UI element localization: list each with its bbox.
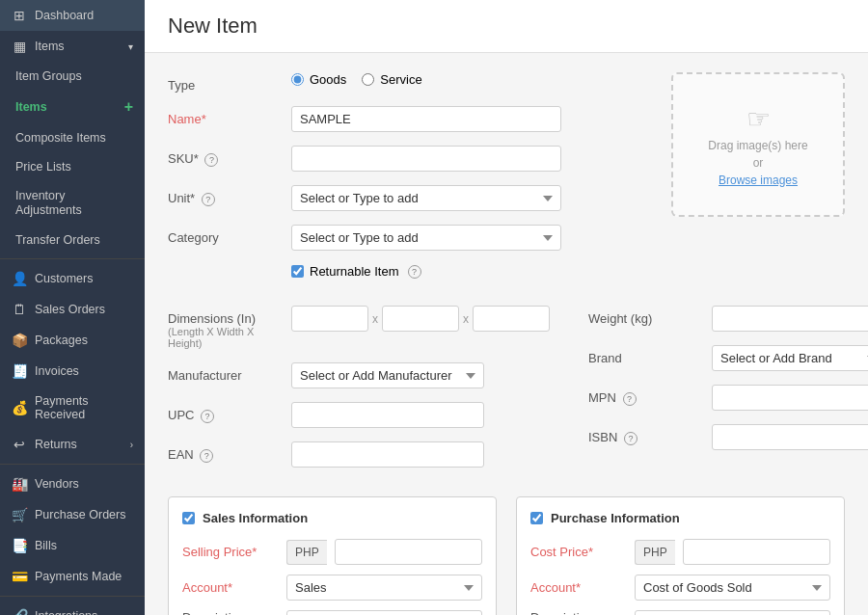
name-input[interactable] [291, 106, 561, 132]
add-item-icon[interactable]: + [124, 98, 133, 116]
selling-price-row: Selling Price* PHP [182, 539, 482, 565]
payments-received-icon: 💰 [12, 400, 27, 415]
info-sections: Sales Information Selling Price* PHP Acc… [168, 496, 845, 615]
sku-field-wrapper [291, 146, 561, 172]
purchase-desc-label: Description [530, 610, 627, 615]
purchase-account-field-wrapper: Cost of Goods Sold [635, 575, 830, 601]
sidebar-item-returns[interactable]: ↩ Returns › [0, 429, 145, 460]
sidebar-item-invoices[interactable]: 🧾 Invoices [0, 356, 145, 387]
invoices-icon: 🧾 [12, 363, 27, 379]
ean-row: EAN ? [168, 441, 550, 468]
cost-price-label: Cost Price* [530, 545, 627, 559]
image-upload-box[interactable]: ☞ Drag image(s) here or Browse images [671, 72, 845, 217]
dimensions-length-input[interactable] [291, 306, 368, 332]
category-row: Category Select or Type to add [168, 225, 652, 251]
dimensions-x1: x [372, 312, 378, 326]
purchase-orders-icon: 🛒 [12, 507, 27, 522]
sidebar-item-sales-orders[interactable]: 🗒 Sales Orders [0, 294, 145, 325]
upc-label: UPC ? [168, 402, 284, 423]
mpn-label: MPN ? [588, 385, 704, 406]
unit-field-wrapper: Select or Type to add [291, 185, 561, 211]
sidebar-item-bills[interactable]: 📑 Bills [0, 530, 145, 561]
sidebar-item-packages[interactable]: 📦 Packages [0, 325, 145, 356]
payments-made-icon: 💳 [12, 569, 27, 584]
cost-price-input[interactable] [683, 539, 830, 565]
sidebar-item-items[interactable]: Items + [0, 91, 145, 123]
upc-row: UPC ? [168, 402, 550, 428]
mpn-help-icon: ? [623, 392, 637, 406]
brand-select[interactable]: Select or Add Brand [712, 345, 868, 371]
sidebar-item-integrations[interactable]: 🔗 Integrations [0, 601, 145, 615]
sales-desc-label: Description [182, 610, 279, 615]
type-options: Goods Service [291, 72, 422, 87]
page-title: New Item [168, 13, 845, 39]
sidebar-item-price-lists[interactable]: Price Lists [0, 152, 145, 181]
mpn-row: MPN ? [588, 385, 868, 411]
type-goods-option[interactable]: Goods [291, 72, 346, 87]
selling-price-input[interactable] [335, 539, 482, 565]
sales-desc-textarea[interactable] [286, 610, 482, 615]
manufacturer-select[interactable]: Select or Add Manufacturer [291, 362, 484, 388]
purchase-section-header: Purchase Information [530, 511, 830, 525]
vendors-icon: 🏭 [12, 476, 27, 492]
integrations-icon: 🔗 [12, 608, 27, 615]
sidebar-item-vendors[interactable]: 🏭 Vendors [0, 468, 145, 499]
brand-label: Brand [588, 345, 704, 365]
sales-section-header: Sales Information [182, 511, 482, 525]
type-goods-radio[interactable] [291, 73, 304, 86]
sidebar-item-item-groups[interactable]: Item Groups [0, 62, 145, 91]
dimensions-height-input[interactable] [473, 306, 550, 332]
weight-label: Weight (kg) [588, 306, 704, 326]
sidebar-item-dashboard[interactable]: ⊞ Dashboard [0, 0, 145, 31]
ean-field-wrapper [291, 441, 550, 468]
returnable-help-icon: ? [408, 265, 421, 279]
customers-icon: 👤 [12, 271, 27, 286]
sku-input[interactable] [291, 146, 561, 172]
purchase-info-section: Purchase Information Cost Price* PHP Acc… [516, 496, 845, 615]
manufacturer-row: Manufacturer Select or Add Manufacturer [168, 362, 550, 388]
unit-row: Unit* ? Select or Type to add [168, 185, 652, 211]
sidebar-item-transfer-orders[interactable]: Transfer Orders [0, 226, 145, 254]
left-extra-fields: Dimensions (In) (Length X Width X Height… [168, 306, 550, 481]
category-label: Category [168, 225, 284, 245]
isbn-field-wrapper [712, 424, 868, 450]
unit-select[interactable]: Select or Type to add [291, 185, 561, 211]
category-field-wrapper: Select or Type to add [291, 225, 561, 251]
returnable-row: Returnable Item ? [168, 264, 652, 279]
sidebar-item-items-group[interactable]: ▦ Items ▾ [0, 31, 145, 62]
purchase-section-checkbox[interactable] [530, 512, 543, 524]
category-select[interactable]: Select or Type to add [291, 225, 561, 251]
sidebar-item-payments-made[interactable]: 💳 Payments Made [0, 561, 145, 592]
upc-input[interactable] [291, 402, 484, 428]
purchase-desc-textarea[interactable] [635, 610, 830, 615]
type-service-radio[interactable] [362, 73, 374, 86]
sales-orders-icon: 🗒 [12, 302, 27, 317]
sidebar-item-payments-received[interactable]: 💰 Payments Received [0, 387, 145, 429]
dimensions-width-input[interactable] [382, 306, 459, 332]
sales-php-prefix: PHP [286, 540, 327, 565]
sales-account-select[interactable]: Sales [286, 575, 482, 601]
isbn-input[interactable] [712, 424, 868, 450]
sidebar-item-composite-items[interactable]: Composite Items [0, 123, 145, 152]
sales-account-row: Account* Sales [182, 575, 482, 601]
browse-images-link[interactable]: Browse images [719, 174, 798, 187]
packages-icon: 📦 [12, 333, 27, 348]
returnable-checkbox[interactable] [291, 265, 304, 278]
mpn-input[interactable] [712, 385, 868, 411]
sidebar-item-inventory-adjustments[interactable]: Inventory Adjustments [0, 181, 145, 226]
purchase-account-row: Account* Cost of Goods Sold [530, 575, 830, 601]
brand-field-wrapper: Select or Add Brand [712, 345, 868, 371]
main-content: New Item Type Goods Service [145, 0, 868, 615]
sales-info-section: Sales Information Selling Price* PHP Acc… [168, 496, 497, 615]
ean-input[interactable] [291, 441, 484, 468]
chevron-down-icon: ▾ [128, 41, 133, 52]
purchase-account-select[interactable]: Cost of Goods Sold [635, 575, 830, 601]
sales-section-checkbox[interactable] [182, 512, 195, 524]
mpn-field-wrapper [712, 385, 868, 411]
sidebar-item-customers[interactable]: 👤 Customers [0, 263, 145, 294]
sidebar-item-purchase-orders[interactable]: 🛒 Purchase Orders [0, 499, 145, 530]
manufacturer-field-wrapper: Select or Add Manufacturer [291, 362, 550, 388]
weight-input[interactable] [712, 306, 868, 332]
type-service-option[interactable]: Service [362, 72, 421, 87]
cost-price-row: Cost Price* PHP [530, 539, 830, 565]
